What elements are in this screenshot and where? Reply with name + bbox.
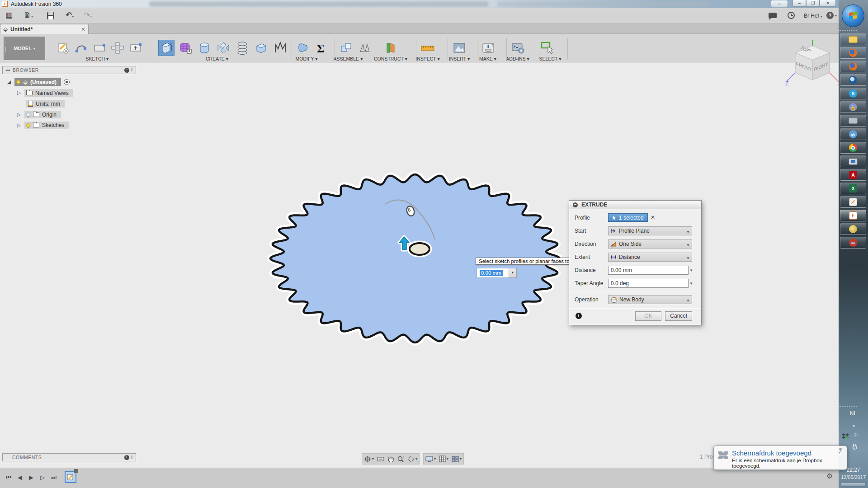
taskbar-keepass[interactable]: 🔒 [840, 101, 866, 113]
look-at-button[interactable] [377, 456, 384, 462]
taskbar-skype[interactable]: S [840, 88, 866, 99]
coil-button[interactable] [234, 40, 250, 56]
start-dropdown[interactable]: Profile Plane ▼ [608, 226, 692, 235]
activate-radio-icon[interactable] [64, 79, 70, 85]
taskbar-remote-desktop[interactable] [840, 115, 866, 127]
tree-row-origin[interactable]: ▷ Origin [16, 111, 61, 118]
dropbox-tray-icon[interactable] [842, 433, 849, 439]
taskbar-misc-app[interactable]: 00 [840, 237, 866, 249]
notification-settings-wrench-icon[interactable] [838, 448, 843, 454]
input-dropdown-icon[interactable]: ▼ [509, 268, 517, 278]
loft-button[interactable] [272, 40, 288, 56]
show-desktop-button[interactable] [841, 483, 866, 487]
sketch-dimension-button[interactable] [127, 40, 144, 56]
viewports-button[interactable]: ▾ [452, 456, 462, 462]
taskbar-photo-app[interactable] [840, 223, 866, 235]
extrude-dialog-header[interactable]: − EXTRUDE [569, 201, 701, 209]
span-monitors-button[interactable]: ⇔ [771, 0, 788, 7]
tree-row-named-views[interactable]: ▷ Named Views [16, 89, 73, 97]
browser-minimize-icon[interactable]: − [124, 68, 129, 73]
expanded-icon[interactable]: ◢ [6, 79, 12, 85]
tab-close-icon[interactable]: ✕ [81, 26, 85, 33]
taskbar-thunderbird[interactable] [840, 74, 866, 86]
timeline-step-back-button[interactable]: ◀ [15, 473, 25, 483]
minimize-button[interactable]: – [793, 0, 806, 7]
restore-button[interactable]: ❐ [806, 0, 820, 7]
spline-button[interactable] [73, 40, 90, 56]
group-label-modify[interactable]: MODIFY ▾ [296, 56, 318, 61]
dialog-collapse-icon[interactable]: − [573, 202, 578, 207]
group-label-make[interactable]: MAKE ▾ [479, 56, 496, 61]
make-button[interactable] [480, 40, 496, 56]
insert-image-button[interactable] [451, 40, 467, 56]
timeline-skip-end-button[interactable]: ⏭ [49, 473, 59, 483]
root-component[interactable]: ⬙ (Unsaved) [14, 78, 61, 86]
comments-add-icon[interactable]: + [124, 455, 129, 460]
collapsed-icon[interactable]: ▷ [16, 90, 22, 96]
redo-button[interactable]: ↷▾ [84, 11, 92, 21]
pattern-button[interactable] [215, 40, 231, 56]
taskbar-excel[interactable]: X [840, 183, 866, 194]
save-button[interactable] [47, 12, 54, 19]
taskbar-firefox[interactable] [840, 47, 866, 59]
info-icon[interactable]: i [576, 313, 582, 319]
dropbox-notification[interactable]: Schermafdruk toegevoegd Er is een scherm… [713, 446, 847, 470]
parameters-button[interactable]: Σ [313, 40, 329, 56]
help-menu[interactable]: ?▾ [826, 12, 837, 19]
group-label-addins[interactable]: ADD-INS ▾ [506, 56, 529, 61]
joint-button[interactable] [356, 40, 373, 56]
undo-button[interactable]: ↶▾ [66, 11, 74, 21]
select-button[interactable] [539, 40, 555, 56]
drag-grip-icon[interactable] [473, 269, 475, 277]
collapse-arrows-icon[interactable]: ◂◂ [5, 68, 10, 72]
visibility-bulb-icon[interactable] [26, 123, 30, 127]
group-label-sketch[interactable]: SKETCH ▾ [86, 56, 109, 61]
group-label-create[interactable]: CREATE ▾ [206, 56, 228, 61]
panel-grip-icon[interactable]: ‖ [131, 68, 133, 72]
extrude-button[interactable] [158, 40, 175, 56]
grid-settings-button[interactable]: ▾ [439, 455, 448, 462]
taskbar-adobe-reader[interactable]: A [840, 169, 866, 181]
taskbar-media-app[interactable] [840, 155, 866, 167]
timeline-step-forward-button[interactable]: ▷ [38, 473, 47, 483]
ok-button[interactable]: OK [635, 311, 661, 321]
direction-dropdown[interactable]: One Side ▼ [608, 239, 692, 249]
timeline-play-button[interactable]: ▶ [26, 473, 36, 483]
model-canvas[interactable] [0, 63, 839, 468]
taper-angle-input[interactable]: 0.0 deg [608, 279, 689, 288]
panel-grip-icon[interactable]: ‖ [131, 455, 133, 460]
create-sketch-button[interactable] [55, 40, 71, 56]
press-pull-button[interactable] [295, 40, 311, 56]
tray-date[interactable]: 12/05/2017 [839, 474, 868, 480]
extent-dropdown[interactable]: Distance ▼ [608, 253, 692, 262]
user-menu[interactable]: Br Hel ▾ [804, 13, 822, 19]
cylinder-button[interactable] [196, 40, 212, 56]
timeline-skip-start-button[interactable]: ⏮ [4, 473, 14, 483]
operation-dropdown[interactable]: New Body ▼ [608, 295, 692, 304]
taskbar-qbittorrent[interactable]: qb [840, 128, 866, 140]
zoom-button[interactable]: ± [397, 455, 404, 463]
taskbar-chrome[interactable] [840, 142, 866, 154]
distance-input[interactable]: 0.00 mm [608, 266, 689, 275]
browser-header[interactable]: ◂◂ BROWSER − ‖ [2, 66, 136, 74]
orbit-button[interactable]: ▾ [364, 455, 374, 463]
app-grid-icon[interactable]: ▦ [5, 11, 13, 20]
tree-row-root[interactable]: ◢ ⬙ (Unsaved) [6, 78, 70, 86]
form-button[interactable] [177, 40, 193, 56]
document-tab[interactable]: ⬙ Untitled* ✕ [0, 24, 89, 34]
distance-dropdown-icon[interactable]: ▼ [689, 268, 693, 272]
timeline-sketch-feature[interactable] [65, 471, 76, 483]
language-indicator[interactable]: NL [839, 410, 868, 417]
settings-gear-icon[interactable]: ⚙ [826, 472, 833, 480]
job-status-button[interactable] [788, 12, 795, 19]
comments-header[interactable]: COMMENTS + ‖ [2, 453, 136, 461]
taskbar-file-explorer[interactable] [840, 33, 866, 45]
tree-row-units[interactable]: Units: mm [26, 100, 65, 108]
construct-plane-button[interactable] [382, 40, 398, 56]
collapsed-icon[interactable]: ▷ [16, 112, 22, 117]
file-menu-button[interactable]: 🗎▾ [24, 11, 33, 21]
group-label-assemble[interactable]: ASSEMBLE ▾ [334, 56, 363, 61]
fit-button[interactable]: ▾ [407, 455, 417, 463]
power-plug-icon[interactable] [852, 444, 858, 451]
visibility-bulb-icon[interactable] [16, 80, 20, 84]
